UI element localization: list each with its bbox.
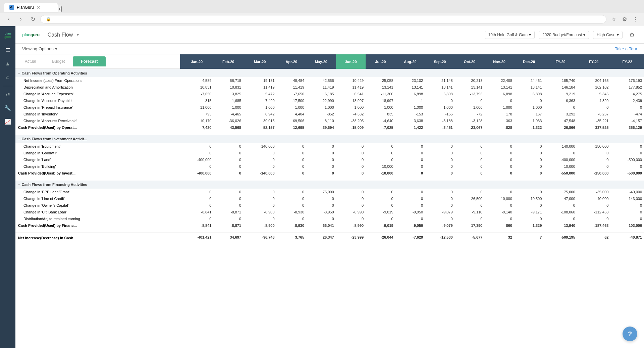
new-tab-btn[interactable]: + — [58, 6, 62, 12]
cell-value: 0 — [366, 189, 395, 195]
cell-value: 146,184 — [544, 84, 577, 91]
cell-value: 3,292 — [544, 111, 577, 117]
table-row: Cash Provided(Used) by Financ...-8,841-8… — [15, 222, 644, 229]
cell-value: 0 — [395, 156, 425, 163]
cell-value: 0 — [336, 189, 366, 195]
table-row: Net Income (Loss) From Operations4,58966… — [15, 77, 644, 84]
net-cell-value: -509,195 — [544, 233, 577, 241]
cell-value: 11,419 — [277, 84, 307, 91]
cell-value: 5,472 — [243, 91, 277, 97]
sidebar-tools-icon[interactable]: 🔧 — [2, 102, 14, 114]
cell-value: 0 — [484, 215, 514, 222]
cell-value: -500,000 — [610, 156, 644, 163]
cell-value: 0 — [425, 189, 455, 195]
cell-value: 13,141 — [395, 84, 425, 91]
cell-value: 66,041 — [306, 222, 336, 229]
case-dropdown[interactable]: High Case ▾ — [593, 31, 623, 39]
company-dropdown[interactable]: 19th Hole Golf & Gam ▾ — [485, 31, 535, 39]
table-row: Cash Provided(Used) by Invest...-400,000… — [15, 170, 644, 177]
cell-value: -4,465 — [213, 111, 243, 117]
tab-close-btn[interactable]: ✕ — [37, 5, 41, 10]
row-label: Change in 'Equipment' — [15, 143, 180, 150]
help-btn[interactable]: ? — [623, 327, 637, 341]
cell-value: 0 — [213, 156, 243, 163]
cell-value: 860 — [484, 222, 514, 229]
cell-value: -4,640 — [366, 117, 395, 124]
cell-value: 0 — [610, 104, 644, 111]
cell-value: -474 — [610, 111, 644, 117]
tab-forecast[interactable]: Forecast — [73, 56, 106, 66]
cell-value: 337,525 — [577, 124, 611, 131]
sidebar-chart-icon[interactable]: 📈 — [2, 116, 14, 128]
cell-value: 0 — [213, 143, 243, 150]
cell-value: 176,193 — [610, 77, 644, 84]
collapse-icon[interactable]: − — [18, 183, 20, 187]
sidebar-divider — [3, 86, 13, 86]
cell-value: 4,275 — [610, 91, 644, 97]
sidebar-refresh-icon[interactable]: ↺ — [2, 89, 14, 101]
viewing-options-btn[interactable]: Viewing Options ▾ — [22, 46, 57, 51]
table-row: Change in 'Accounts Payable'-3151,6857,4… — [15, 97, 644, 104]
url-input[interactable]: app.planguru.com/#/scenario — [53, 17, 601, 22]
cell-value: -35,000 — [577, 189, 611, 195]
cell-value: 1,933 — [514, 117, 544, 124]
cell-value: 4,404 — [277, 111, 307, 117]
col-mar20: Mar-20 — [243, 54, 277, 69]
cell-value: 103,000 — [610, 222, 644, 229]
cell-value: 0 — [180, 195, 214, 202]
cell-value: 0 — [544, 104, 577, 111]
extensions-btn[interactable]: ⚙ — [620, 14, 629, 24]
tab-budget[interactable]: Budget — [44, 56, 73, 66]
cell-value: 356,129 — [610, 124, 644, 131]
sidebar-home-icon[interactable]: ⌂ — [2, 71, 14, 83]
cell-value: 0 — [306, 143, 336, 150]
cell-value: 0 — [544, 202, 577, 209]
cell-value: -140,000 — [243, 143, 277, 150]
collapse-icon[interactable]: − — [18, 137, 20, 141]
col-oct20: Oct-20 — [455, 54, 485, 69]
cell-value: 13,141 — [425, 84, 455, 91]
cell-value: 26,500 — [455, 195, 485, 202]
scenario-dropdown[interactable]: 2020 Budget/Forecast ▾ — [539, 31, 589, 39]
cell-value: 0 — [243, 189, 277, 195]
take-tour-btn[interactable]: Take a Tour — [615, 46, 637, 51]
row-label: Change in 'Accrued Expenses' — [15, 91, 180, 97]
cell-value: 6,898 — [395, 91, 425, 97]
cell-value: 0 — [213, 163, 243, 170]
cell-value: 0 — [455, 202, 485, 209]
cell-value: 0 — [243, 156, 277, 163]
reload-btn[interactable]: ↻ — [28, 14, 38, 24]
sidebar-nav-icon[interactable]: ▲ — [2, 58, 14, 70]
cell-value: 0 — [455, 170, 485, 177]
menu-btn[interactable]: ⋮ — [631, 14, 640, 24]
table-row: Depreciation and Amortization10,83110,83… — [15, 84, 644, 91]
cell-value: -9,171 — [514, 209, 544, 215]
col-jan20: Jan-20 — [180, 54, 214, 69]
settings-btn[interactable]: ⚙ — [627, 30, 637, 40]
forward-btn[interactable]: › — [16, 14, 25, 24]
bookmark-btn[interactable]: ☆ — [609, 14, 619, 24]
collapse-icon[interactable]: − — [18, 71, 20, 75]
row-label: Change in 'Accounts Payable' — [15, 97, 180, 104]
cell-value: 6,898 — [514, 91, 544, 97]
back-btn[interactable]: ‹ — [4, 14, 13, 24]
net-cell-value: 62 — [577, 233, 611, 241]
cell-value: 0 — [306, 170, 336, 177]
tab-actual[interactable]: Actual — [17, 56, 44, 66]
cell-value: 0 — [514, 189, 544, 195]
cell-value: 204,165 — [577, 77, 611, 84]
cell-value: -36,026 — [213, 117, 243, 124]
sidebar-menu-icon[interactable]: ☰ — [2, 44, 14, 56]
col-aug20: Aug-20 — [395, 54, 425, 69]
cell-value: -38,205 — [336, 117, 366, 124]
cell-value: -8,871 — [213, 209, 243, 215]
cell-value: 0 — [213, 195, 243, 202]
cell-value: -185,740 — [544, 77, 577, 84]
table-container[interactable]: Actual Budget Forecast Jan-20 Feb-20 Mar… — [15, 54, 644, 348]
url-bar[interactable]: 🔒 app.planguru.com/#/scenario — [40, 15, 606, 23]
row-label: Change in 'Prepaid Insurance' — [15, 104, 180, 111]
page-title-dropdown-icon[interactable]: ▾ — [77, 33, 79, 37]
cell-value: 0 — [395, 163, 425, 170]
cell-value: 0 — [277, 143, 307, 150]
browser-tab[interactable]: P PlanGuru ✕ — [4, 3, 58, 12]
